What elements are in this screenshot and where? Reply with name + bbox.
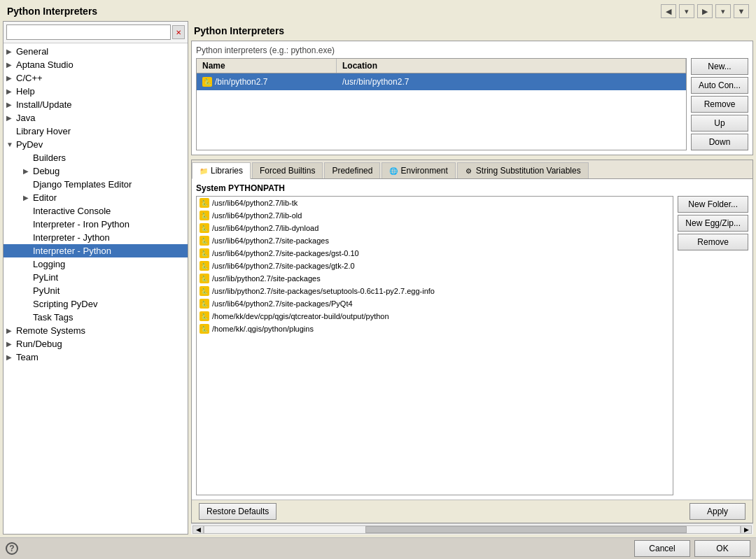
sidebar-item-debug[interactable]: ▶Debug <box>4 164 188 178</box>
sidebar-item-general[interactable]: ▶General <box>4 45 188 58</box>
sidebar-item-interp-iron[interactable]: Interpreter - Iron Python <box>4 218 188 231</box>
path-text: /usr/lib64/python2.7/site-packages/gst-0… <box>212 249 359 257</box>
sidebar-item-label: Java <box>16 113 185 123</box>
new-folder-button[interactable]: New Folder... <box>678 196 748 213</box>
dialog-title: Python Interpreters <box>7 6 97 17</box>
h-scrollbar-thumb <box>365 526 687 533</box>
path-text: /usr/lib64/python2.7/site-packages <box>212 236 329 245</box>
nav-dropdown-button[interactable]: ▼ <box>734 4 749 18</box>
path-python-icon: 🐍 <box>200 299 209 309</box>
sidebar-item-library-hover[interactable]: Library Hover <box>4 125 188 138</box>
sidebar-item-scripting[interactable]: Scripting PyDev <box>4 297 188 311</box>
interp-location-cell: /usr/bin/python2.7 <box>337 76 686 88</box>
arrow-icon: ▶ <box>6 61 16 69</box>
sidebar-item-label: Logging <box>33 259 185 269</box>
tab-forced-builtins[interactable]: Forced Builtins <box>252 162 323 178</box>
path-python-icon: 🐍 <box>200 211 209 220</box>
sidebar-item-interp-python[interactable]: Interpreter - Python <box>4 244 188 257</box>
sidebar-item-pydev[interactable]: ▼PyDev <box>4 138 188 151</box>
help-icon[interactable]: ? <box>6 542 18 555</box>
tab-string-subst[interactable]: ⚙ String Substitution Variables <box>457 162 589 178</box>
sidebar-item-label: Help <box>16 86 185 97</box>
path-item[interactable]: 🐍/usr/lib/python2.7/site-packages <box>197 272 673 285</box>
down-button[interactable]: Down <box>691 134 748 150</box>
sidebar-item-builders[interactable]: Builders <box>4 151 188 164</box>
sidebar-item-aptana[interactable]: ▶Aptana Studio <box>4 58 188 71</box>
nav-fwd-button[interactable]: ▶ <box>697 4 713 18</box>
apply-button[interactable]: Apply <box>690 503 746 520</box>
panel-title: Python Interpreters <box>191 21 753 41</box>
path-text: /usr/lib64/python2.7/site-packages/PyQt4 <box>212 299 353 308</box>
path-text: /usr/lib64/python2.7/site-packages/gtk-2… <box>212 262 355 270</box>
path-item[interactable]: 🐍/usr/lib64/python2.7/site-packages <box>197 234 673 247</box>
auto-config-button[interactable]: Auto Con... <box>691 77 748 94</box>
sidebar-item-team[interactable]: ▶Team <box>4 351 188 364</box>
remove-button[interactable]: Remove <box>691 96 748 113</box>
sidebar-item-task-tags[interactable]: Task Tags <box>4 311 188 324</box>
path-item[interactable]: 🐍/usr/lib64/python2.7/site-packages/gtk-… <box>197 260 673 272</box>
restore-defaults-button[interactable]: Restore Defaults <box>199 503 276 520</box>
nav-back-dropdown-button[interactable]: ▾ <box>679 4 694 18</box>
arrow-icon: ▶ <box>6 353 16 361</box>
new-button[interactable]: New... <box>691 58 748 75</box>
sidebar-item-pyunit[interactable]: PyUnit <box>4 284 188 297</box>
table-header: Name Location <box>197 59 686 73</box>
pythonpath-list[interactable]: 🐍/usr/lib64/python2.7/lib-tk🐍/usr/lib64/… <box>196 196 673 495</box>
sidebar-item-pylint[interactable]: PyLint <box>4 271 188 284</box>
path-item[interactable]: 🐍/home/kk/dev/cpp/qgis/qtcreator-build/o… <box>197 310 673 323</box>
scroll-right-button[interactable]: ▶ <box>741 525 752 534</box>
scroll-left-button[interactable]: ◀ <box>192 525 204 534</box>
new-egg-zip-button[interactable]: New Egg/Zip... <box>678 215 748 232</box>
search-clear-button[interactable]: ✕ <box>172 25 185 39</box>
title-area: Python Interpreters ◀ ▾ ▶ ▾ ▼ <box>0 0 756 18</box>
sidebar-item-interp-jython[interactable]: Interpreter - Jython <box>4 231 188 244</box>
status-bar: ? Cancel OK <box>0 537 756 559</box>
up-button[interactable]: Up <box>691 115 748 132</box>
nav-fwd-dropdown-button[interactable]: ▾ <box>715 4 731 18</box>
sidebar-item-remote-systems[interactable]: ▶Remote Systems <box>4 324 188 337</box>
path-item[interactable]: 🐍/home/kk/.qgis/python/plugins <box>197 323 673 335</box>
sidebar-item-help[interactable]: ▶Help <box>4 85 188 98</box>
interpreter-row[interactable]: 🐍 /bin/python2.7 /usr/bin/python2.7 <box>197 73 686 90</box>
sidebar-item-django[interactable]: Django Templates Editor <box>4 178 188 191</box>
path-python-icon: 🐍 <box>200 248 209 258</box>
sidebar-item-label: Editor <box>33 192 185 203</box>
path-item[interactable]: 🐍/usr/lib64/python2.7/site-packages/gst-… <box>197 247 673 260</box>
path-text: /usr/lib64/python2.7/lib-old <box>212 211 302 220</box>
search-input[interactable] <box>6 24 171 40</box>
sidebar-item-cpp[interactable]: ▶C/C++ <box>4 71 188 85</box>
path-item[interactable]: 🐍/usr/lib64/python2.7/lib-old <box>197 209 673 222</box>
sidebar-item-editor[interactable]: ▶Editor <box>4 191 188 204</box>
path-item[interactable]: 🐍/usr/lib64/python2.7/lib-tk <box>197 197 673 209</box>
h-scrollbar[interactable]: ◀ ▶ <box>191 523 753 535</box>
tab-environment[interactable]: 🌐 Environment <box>382 162 455 178</box>
path-item[interactable]: 🐍/usr/lib/python2.7/site-packages/setupt… <box>197 285 673 297</box>
tab-libraries[interactable]: 📁 Libraries <box>192 162 251 179</box>
sidebar-item-install[interactable]: ▶Install/Update <box>4 98 188 111</box>
tab-predefined[interactable]: Predefined <box>324 162 380 178</box>
path-python-icon: 🐍 <box>200 311 209 321</box>
path-text: /usr/lib/python2.7/site-packages <box>212 274 321 283</box>
col-name-header: Name <box>197 59 337 73</box>
sidebar-item-logging[interactable]: Logging <box>4 257 188 271</box>
environment-icon: 🌐 <box>389 167 398 175</box>
ok-button[interactable]: OK <box>694 540 750 557</box>
path-item[interactable]: 🐍/usr/lib64/python2.7/site-packages/PyQt… <box>197 297 673 310</box>
sidebar-item-interactive-console[interactable]: Interactive Console <box>4 204 188 218</box>
path-python-icon: 🐍 <box>200 261 209 271</box>
cancel-button[interactable]: Cancel <box>634 540 690 557</box>
sidebar-item-label: Builders <box>33 153 185 163</box>
path-text: /usr/lib64/python2.7/lib-dynload <box>212 224 318 232</box>
arrow-icon: ▼ <box>6 141 16 148</box>
h-scrollbar-track[interactable] <box>204 525 741 534</box>
path-remove-button[interactable]: Remove <box>678 234 748 250</box>
sidebar-item-run-debug[interactable]: ▶Run/Debug <box>4 337 188 351</box>
arrow-icon: ▶ <box>6 114 16 122</box>
sidebar-item-label: Team <box>16 352 185 362</box>
sidebar-item-java[interactable]: ▶Java <box>4 111 188 125</box>
sidebar-tree: ▶General▶Aptana Studio▶C/C++▶Help▶Instal… <box>4 43 188 534</box>
path-item[interactable]: 🐍/usr/lib64/python2.7/lib-dynload <box>197 222 673 234</box>
python-icon: 🐍 <box>202 77 212 87</box>
nav-back-button[interactable]: ◀ <box>661 4 676 18</box>
interp-name-cell: 🐍 /bin/python2.7 <box>197 76 337 88</box>
